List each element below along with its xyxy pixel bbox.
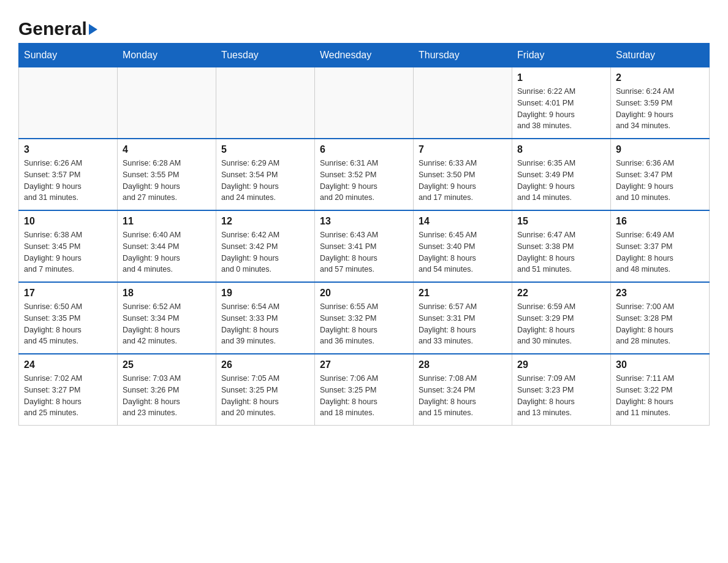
day-number: 22 <box>517 288 605 299</box>
day-info: Sunrise: 6:49 AMSunset: 3:37 PMDaylight:… <box>616 229 704 275</box>
calendar-cell: 14Sunrise: 6:45 AMSunset: 3:40 PMDayligh… <box>414 210 512 282</box>
day-number: 3 <box>24 144 112 155</box>
day-info: Sunrise: 6:36 AMSunset: 3:47 PMDaylight:… <box>616 158 704 204</box>
calendar-cell: 15Sunrise: 6:47 AMSunset: 3:38 PMDayligh… <box>512 210 611 282</box>
calendar-week-row: 3Sunrise: 6:26 AMSunset: 3:57 PMDaylight… <box>19 139 710 210</box>
day-number: 24 <box>24 359 112 370</box>
day-number: 29 <box>517 359 605 370</box>
calendar-cell: 13Sunrise: 6:43 AMSunset: 3:41 PMDayligh… <box>315 210 414 282</box>
day-info: Sunrise: 7:09 AMSunset: 3:23 PMDaylight:… <box>517 373 605 419</box>
weekday-header-wednesday: Wednesday <box>315 44 414 67</box>
day-info: Sunrise: 6:33 AMSunset: 3:50 PMDaylight:… <box>419 158 507 204</box>
day-number: 10 <box>24 216 112 227</box>
day-info: Sunrise: 6:29 AMSunset: 3:54 PMDaylight:… <box>221 158 309 204</box>
calendar-cell: 7Sunrise: 6:33 AMSunset: 3:50 PMDaylight… <box>414 139 512 210</box>
day-number: 16 <box>616 216 704 227</box>
calendar-cell <box>216 67 315 139</box>
day-info: Sunrise: 6:31 AMSunset: 3:52 PMDaylight:… <box>320 158 408 204</box>
day-number: 25 <box>123 359 211 370</box>
calendar-cell: 5Sunrise: 6:29 AMSunset: 3:54 PMDaylight… <box>216 139 315 210</box>
day-number: 27 <box>320 359 408 370</box>
day-info: Sunrise: 6:57 AMSunset: 3:31 PMDaylight:… <box>419 301 507 347</box>
weekday-header-tuesday: Tuesday <box>216 44 315 67</box>
day-number: 20 <box>320 288 408 299</box>
day-info: Sunrise: 7:00 AMSunset: 3:28 PMDaylight:… <box>616 301 704 347</box>
weekday-header-monday: Monday <box>118 44 216 67</box>
day-info: Sunrise: 7:03 AMSunset: 3:26 PMDaylight:… <box>123 373 211 419</box>
weekday-header-thursday: Thursday <box>414 44 512 67</box>
weekday-header-friday: Friday <box>512 44 611 67</box>
calendar-cell: 12Sunrise: 6:42 AMSunset: 3:42 PMDayligh… <box>216 210 315 282</box>
calendar-cell: 24Sunrise: 7:02 AMSunset: 3:27 PMDayligh… <box>19 354 118 426</box>
calendar-cell: 29Sunrise: 7:09 AMSunset: 3:23 PMDayligh… <box>512 354 611 426</box>
day-info: Sunrise: 6:47 AMSunset: 3:38 PMDaylight:… <box>517 229 605 275</box>
day-number: 5 <box>221 144 309 155</box>
calendar-cell: 23Sunrise: 7:00 AMSunset: 3:28 PMDayligh… <box>611 282 710 354</box>
day-number: 30 <box>616 359 704 370</box>
calendar-cell <box>414 67 512 139</box>
day-number: 11 <box>123 216 211 227</box>
day-info: Sunrise: 6:26 AMSunset: 3:57 PMDaylight:… <box>24 158 112 204</box>
day-info: Sunrise: 6:28 AMSunset: 3:55 PMDaylight:… <box>123 158 211 204</box>
calendar-cell: 22Sunrise: 6:59 AMSunset: 3:29 PMDayligh… <box>512 282 611 354</box>
calendar-table: SundayMondayTuesdayWednesdayThursdayFrid… <box>18 43 710 426</box>
day-info: Sunrise: 6:35 AMSunset: 3:49 PMDaylight:… <box>517 158 605 204</box>
page-header: General <box>18 12 710 37</box>
day-info: Sunrise: 6:45 AMSunset: 3:40 PMDaylight:… <box>419 229 507 275</box>
logo: General <box>18 12 97 37</box>
calendar-cell: 17Sunrise: 6:50 AMSunset: 3:35 PMDayligh… <box>19 282 118 354</box>
day-number: 18 <box>123 288 211 299</box>
day-number: 17 <box>24 288 112 299</box>
calendar-cell: 2Sunrise: 6:24 AMSunset: 3:59 PMDaylight… <box>611 67 710 139</box>
day-info: Sunrise: 6:59 AMSunset: 3:29 PMDaylight:… <box>517 301 605 347</box>
day-info: Sunrise: 7:11 AMSunset: 3:22 PMDaylight:… <box>616 373 704 419</box>
day-info: Sunrise: 6:24 AMSunset: 3:59 PMDaylight:… <box>616 86 704 132</box>
day-info: Sunrise: 6:52 AMSunset: 3:34 PMDaylight:… <box>123 301 211 347</box>
day-number: 23 <box>616 288 704 299</box>
day-number: 15 <box>517 216 605 227</box>
calendar-cell: 4Sunrise: 6:28 AMSunset: 3:55 PMDaylight… <box>118 139 216 210</box>
calendar-cell <box>315 67 414 139</box>
calendar-cell: 9Sunrise: 6:36 AMSunset: 3:47 PMDaylight… <box>611 139 710 210</box>
calendar-cell: 10Sunrise: 6:38 AMSunset: 3:45 PMDayligh… <box>19 210 118 282</box>
day-number: 19 <box>221 288 309 299</box>
calendar-cell: 1Sunrise: 6:22 AMSunset: 4:01 PMDaylight… <box>512 67 611 139</box>
calendar-cell: 28Sunrise: 7:08 AMSunset: 3:24 PMDayligh… <box>414 354 512 426</box>
day-info: Sunrise: 6:42 AMSunset: 3:42 PMDaylight:… <box>221 229 309 275</box>
calendar-cell <box>118 67 216 139</box>
day-number: 8 <box>517 144 605 155</box>
day-number: 6 <box>320 144 408 155</box>
day-info: Sunrise: 6:50 AMSunset: 3:35 PMDaylight:… <box>24 301 112 347</box>
weekday-header-sunday: Sunday <box>19 44 118 67</box>
calendar-cell: 16Sunrise: 6:49 AMSunset: 3:37 PMDayligh… <box>611 210 710 282</box>
calendar-cell: 26Sunrise: 7:05 AMSunset: 3:25 PMDayligh… <box>216 354 315 426</box>
calendar-cell: 19Sunrise: 6:54 AMSunset: 3:33 PMDayligh… <box>216 282 315 354</box>
day-info: Sunrise: 7:05 AMSunset: 3:25 PMDaylight:… <box>221 373 309 419</box>
day-info: Sunrise: 6:55 AMSunset: 3:32 PMDaylight:… <box>320 301 408 347</box>
day-number: 14 <box>419 216 507 227</box>
logo-triangle-icon <box>89 24 97 35</box>
calendar-cell: 6Sunrise: 6:31 AMSunset: 3:52 PMDaylight… <box>315 139 414 210</box>
day-number: 9 <box>616 144 704 155</box>
calendar-cell: 30Sunrise: 7:11 AMSunset: 3:22 PMDayligh… <box>611 354 710 426</box>
day-number: 2 <box>616 72 704 83</box>
day-number: 26 <box>221 359 309 370</box>
calendar-cell: 20Sunrise: 6:55 AMSunset: 3:32 PMDayligh… <box>315 282 414 354</box>
day-info: Sunrise: 6:43 AMSunset: 3:41 PMDaylight:… <box>320 229 408 275</box>
calendar-cell: 25Sunrise: 7:03 AMSunset: 3:26 PMDayligh… <box>118 354 216 426</box>
calendar-week-row: 24Sunrise: 7:02 AMSunset: 3:27 PMDayligh… <box>19 354 710 426</box>
day-info: Sunrise: 7:02 AMSunset: 3:27 PMDaylight:… <box>24 373 112 419</box>
day-number: 21 <box>419 288 507 299</box>
day-number: 28 <box>419 359 507 370</box>
day-info: Sunrise: 6:40 AMSunset: 3:44 PMDaylight:… <box>123 229 211 275</box>
calendar-week-row: 1Sunrise: 6:22 AMSunset: 4:01 PMDaylight… <box>19 67 710 139</box>
day-info: Sunrise: 6:22 AMSunset: 4:01 PMDaylight:… <box>517 86 605 132</box>
calendar-cell: 27Sunrise: 7:06 AMSunset: 3:25 PMDayligh… <box>315 354 414 426</box>
calendar-cell <box>19 67 118 139</box>
day-number: 1 <box>517 72 605 83</box>
day-number: 12 <box>221 216 309 227</box>
calendar-week-row: 17Sunrise: 6:50 AMSunset: 3:35 PMDayligh… <box>19 282 710 354</box>
day-info: Sunrise: 7:06 AMSunset: 3:25 PMDaylight:… <box>320 373 408 419</box>
calendar-cell: 21Sunrise: 6:57 AMSunset: 3:31 PMDayligh… <box>414 282 512 354</box>
calendar-cell: 18Sunrise: 6:52 AMSunset: 3:34 PMDayligh… <box>118 282 216 354</box>
